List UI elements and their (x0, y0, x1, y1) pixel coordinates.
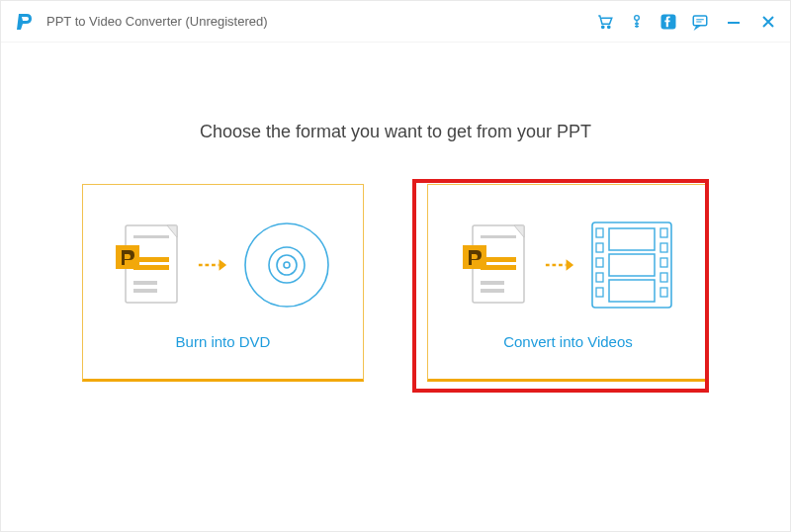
format-options: Burn into DVD (60, 184, 731, 382)
svg-rect-11 (133, 289, 157, 293)
close-button[interactable] (758, 13, 778, 31)
svg-point-2 (635, 15, 640, 20)
svg-rect-4 (693, 16, 707, 26)
option-burn-dvd[interactable]: Burn into DVD (82, 184, 364, 382)
app-title: PPT to Video Converter (Unregistered) (46, 14, 596, 29)
convert-illustration (463, 211, 674, 319)
svg-rect-26 (596, 243, 603, 252)
svg-rect-36 (609, 254, 655, 276)
svg-rect-18 (481, 235, 516, 238)
main-content: Choose the format you want to get from y… (1, 43, 790, 382)
svg-rect-33 (660, 273, 667, 282)
svg-rect-5 (728, 22, 740, 24)
svg-rect-28 (596, 273, 603, 282)
svg-rect-27 (596, 258, 603, 267)
svg-rect-12 (116, 245, 139, 269)
svg-point-13 (245, 223, 328, 307)
film-icon (589, 220, 674, 310)
svg-point-0 (602, 26, 604, 28)
svg-rect-10 (133, 281, 157, 285)
arrow-icon (197, 256, 228, 274)
burn-illustration (116, 211, 331, 319)
ppt-doc-icon (116, 222, 183, 309)
minimize-button[interactable] (723, 13, 745, 31)
svg-point-15 (277, 255, 297, 275)
title-bar: PPT to Video Converter (Unregistered) (1, 1, 790, 43)
svg-rect-23 (463, 245, 486, 269)
option-convert-video[interactable]: Convert into Videos (427, 184, 709, 382)
disc-icon (242, 221, 331, 310)
svg-point-16 (284, 262, 290, 268)
app-logo-icon (15, 11, 37, 33)
svg-rect-31 (660, 243, 667, 252)
option-burn-label: Burn into DVD (176, 333, 271, 350)
svg-rect-35 (609, 228, 655, 250)
cart-icon[interactable] (596, 13, 614, 31)
svg-rect-30 (660, 228, 667, 237)
svg-rect-21 (481, 281, 504, 285)
arrow-icon (544, 256, 575, 274)
svg-rect-7 (133, 235, 169, 238)
svg-point-1 (608, 26, 610, 28)
svg-rect-22 (481, 289, 504, 293)
svg-rect-34 (660, 288, 667, 297)
option-convert-label: Convert into Videos (503, 333, 633, 350)
feedback-icon[interactable] (691, 13, 709, 31)
key-icon[interactable] (628, 13, 646, 31)
svg-rect-25 (596, 228, 603, 237)
svg-rect-29 (596, 288, 603, 297)
facebook-icon[interactable] (659, 13, 677, 31)
title-actions (596, 13, 778, 31)
ppt-doc-icon (463, 222, 530, 309)
svg-point-14 (269, 247, 305, 283)
svg-rect-24 (592, 222, 671, 308)
svg-rect-37 (609, 280, 655, 302)
svg-rect-32 (660, 258, 667, 267)
page-heading: Choose the format you want to get from y… (60, 122, 731, 142)
